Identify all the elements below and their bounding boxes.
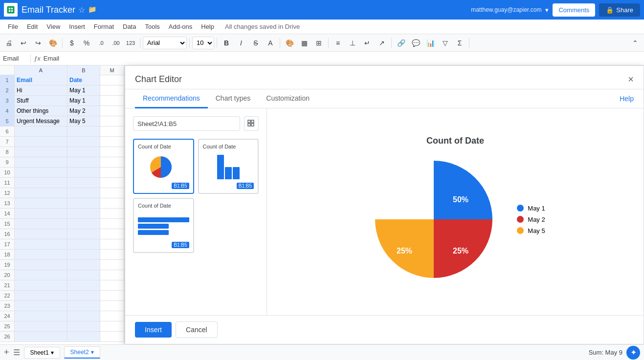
legend-label-may1: May 1 [528, 205, 545, 212]
merge-button[interactable]: ⊞ [312, 36, 326, 50]
doc-title: Email Tracker [22, 5, 75, 15]
chart-editor-dialog: Chart Editor × Recommendations Chart typ… [125, 65, 644, 344]
legend-dot-may1 [517, 205, 524, 212]
font-size-select[interactable]: 10 [192, 37, 214, 49]
svg-rect-2 [11, 8, 13, 9]
thumb-pie-title: Count of Date [138, 144, 189, 149]
font-select[interactable]: Arial [143, 37, 187, 49]
tab-customization[interactable]: Customization [258, 89, 317, 108]
menu-insert[interactable]: Insert [65, 21, 89, 32]
print-button[interactable]: 🖨 [2, 36, 16, 50]
help-link[interactable]: Help [620, 95, 634, 103]
wrap-button[interactable]: ↵ [360, 36, 374, 50]
dialog-overlay: Chart Editor × Recommendations Chart typ… [0, 65, 644, 344]
thumb-pie-range: B1:B5 [172, 183, 189, 189]
menu-view[interactable]: View [43, 21, 64, 32]
thumb-hbar-chart [138, 212, 189, 241]
borders-button[interactable]: ▦ [297, 36, 311, 50]
title-icons: ☆ 📁 [78, 5, 96, 15]
redo-button[interactable]: ↪ [31, 36, 45, 50]
menu-file[interactable]: File [4, 21, 22, 32]
svg-rect-7 [248, 124, 250, 126]
collapse-button[interactable]: ⌃ [628, 36, 642, 50]
comments-button[interactable]: Comments [553, 3, 595, 17]
italic-button[interactable]: I [234, 36, 248, 50]
close-button[interactable]: × [628, 74, 634, 85]
cancel-button[interactable]: Cancel [176, 321, 218, 338]
strikethrough-button[interactable]: S [249, 36, 263, 50]
thumb-hbar[interactable]: Count of Date B1:B5 [133, 198, 194, 253]
toolbar-separator-2 [140, 38, 140, 48]
app-logo [4, 3, 18, 17]
formula-separator [30, 54, 31, 63]
legend-label-may5: May 5 [528, 227, 545, 234]
svg-rect-5 [248, 120, 250, 123]
menu-data[interactable]: Data [119, 21, 140, 32]
legend-item-may2: May 2 [517, 216, 545, 223]
decimal-decrease-button[interactable]: .0 [94, 36, 108, 50]
data-range-input[interactable] [133, 116, 240, 131]
legend-dot-may2 [517, 216, 524, 223]
rotate-button[interactable]: ↗ [375, 36, 389, 50]
thumb-bar[interactable]: Count of Date B1:B5 [198, 139, 259, 194]
pie-chart-container: 50% 25% 25% May 1 [365, 151, 545, 288]
folder-icon[interactable]: 📁 [88, 5, 96, 15]
menu-tools[interactable]: Tools [141, 21, 163, 32]
menu-edit[interactable]: Edit [23, 21, 42, 32]
thumb-pie[interactable]: Count of Date B1:B5 [133, 139, 194, 194]
svg-rect-0 [7, 6, 15, 14]
valign-button[interactable]: ⊥ [346, 36, 359, 50]
star-icon[interactable]: ☆ [78, 5, 85, 15]
link-button[interactable]: 🔗 [394, 36, 408, 50]
editor-tabs: Recommendations Chart types Customizatio… [125, 89, 644, 108]
text-color-button[interactable]: A [264, 36, 277, 50]
toolbar: 🖨 ↩ ↪ 🎨 $ % .0 .00 123 Arial 10 B I S A … [0, 34, 644, 52]
menu-addons[interactable]: Add-ons [165, 21, 196, 32]
paint-format-button[interactable]: 🎨 [46, 36, 60, 50]
left-panel: Count of Date B1:B5 [125, 108, 267, 315]
thumb-hbar-range: B1:B5 [172, 242, 189, 248]
thumb-bar-chart [203, 152, 254, 182]
svg-rect-4 [11, 10, 13, 12]
hbar-3 [138, 230, 169, 235]
cell-reference: Email [3, 55, 27, 62]
toolbar-separator-7 [391, 38, 392, 48]
share-button[interactable]: 🔒 Share [599, 3, 640, 17]
bold-button[interactable]: B [220, 36, 233, 50]
insert-button[interactable]: Insert [135, 322, 172, 338]
fill-color-button[interactable]: 🎨 [283, 36, 296, 50]
thumb-pie-chart [138, 152, 189, 182]
pie-chart-svg: 50% 25% 25% [365, 151, 502, 288]
tab-chart-types[interactable]: Chart types [208, 89, 259, 108]
legend-item-may1: May 1 [517, 205, 545, 212]
percent-button[interactable]: % [80, 36, 93, 50]
lock-icon: 🔒 [606, 6, 614, 14]
menu-help[interactable]: Help [197, 21, 218, 32]
pie-and-title: Count of Date [365, 136, 545, 288]
toolbar-separator-3 [189, 38, 190, 48]
hbar-2 [138, 224, 169, 229]
chart-button[interactable]: 📊 [423, 36, 437, 50]
format-123-button[interactable]: 123 [124, 36, 137, 50]
filter-button[interactable]: ▽ [438, 36, 452, 50]
pie-label-25-red: 25% [453, 247, 468, 255]
function-button[interactable]: Σ [453, 36, 466, 50]
currency-button[interactable]: $ [65, 36, 79, 50]
dropdown-icon[interactable]: ▾ [545, 6, 549, 14]
tab-recommendations[interactable]: Recommendations [135, 89, 208, 108]
thumb-hbar-title: Count of Date [138, 203, 189, 209]
align-button[interactable]: ≡ [331, 36, 345, 50]
chart-title-preview: Count of Date [426, 136, 484, 146]
comment-button[interactable]: 💬 [409, 36, 422, 50]
menu-format[interactable]: Format [90, 21, 118, 32]
chart-thumbnails: Count of Date B1:B5 [133, 139, 259, 253]
sheet-area: A B M 1EmailDate2HiMay 13StuffMay 14Othe… [0, 65, 644, 344]
grid-icon-button[interactable] [244, 116, 259, 131]
decimal-increase-button[interactable]: .00 [109, 36, 123, 50]
undo-button[interactable]: ↩ [17, 36, 30, 50]
menu-bar: File Edit View Insert Format Data Tools … [0, 20, 644, 34]
mini-pie-svg [146, 154, 180, 181]
toolbar-separator-1 [62, 38, 63, 48]
formula-content: Email [44, 55, 60, 62]
svg-rect-3 [9, 10, 10, 12]
